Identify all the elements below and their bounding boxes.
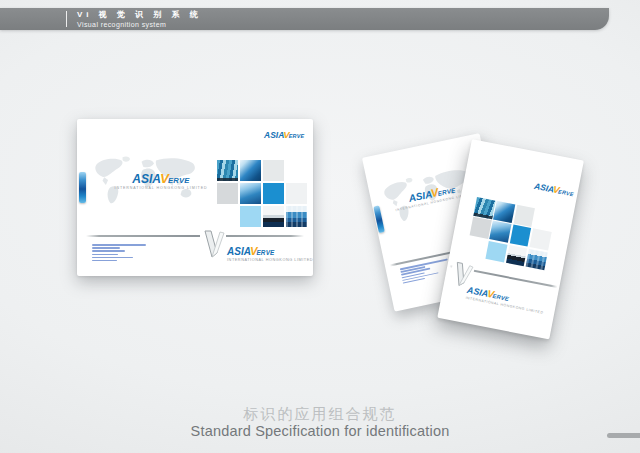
contact-line bbox=[92, 247, 120, 249]
header-title-zh: Vi 视 觉 识 别 系 统 bbox=[77, 11, 202, 19]
asiaserve-logo: ASIAVERVE bbox=[114, 172, 208, 185]
header-text-block: Vi 视 觉 识 别 系 统 Visual recognition system bbox=[77, 11, 202, 28]
mosaic-photo-ship bbox=[263, 206, 284, 227]
logo-text-asia: ASIA bbox=[132, 172, 161, 186]
logo-text-asia: ASIA bbox=[264, 130, 284, 140]
logo-text-asia: ASIA bbox=[227, 246, 251, 257]
spine-blue-bar bbox=[79, 172, 86, 203]
header-title-en: Visual recognition system bbox=[77, 21, 202, 28]
v-ribbon-cutout bbox=[199, 229, 227, 260]
mosaic-photo-cranes bbox=[473, 197, 495, 219]
page-title-zh: 标识的应用组合规范 bbox=[0, 405, 640, 424]
back-cover-logo-block: ASIAVERVE INTERNATIONAL HONGKONG LIMITED bbox=[114, 172, 208, 191]
contact-line bbox=[92, 244, 146, 246]
folder-spread-mockup: ASIAVERVE INTERNATIONAL HONGKONG LIMITED… bbox=[77, 119, 313, 276]
mosaic-photo-ship bbox=[506, 245, 528, 267]
mosaic-photo-workers bbox=[490, 221, 512, 243]
mosaic-tile-gray-light bbox=[263, 160, 284, 181]
mosaic-photo-workers bbox=[240, 183, 261, 204]
front-cover-logo-block: ASIAVERVE INTERNATIONAL HONGKONG LIMITED bbox=[227, 246, 313, 263]
mosaic-tile-gray-faint bbox=[530, 229, 552, 251]
logo-tagline: INTERNATIONAL HONGKONG LIMITED bbox=[227, 259, 313, 263]
contact-text-lines bbox=[92, 244, 146, 263]
mosaic-tile-gray bbox=[217, 183, 238, 204]
mosaic-photo-cranes bbox=[217, 160, 238, 181]
contact-line bbox=[92, 260, 117, 262]
mosaic-photo-port bbox=[286, 206, 307, 227]
mosaic-tile-lightblue bbox=[486, 241, 508, 263]
mosaic-tile-gray-faint bbox=[286, 183, 307, 204]
logo-text-erve: ERVE bbox=[256, 249, 274, 256]
logo-text-erve: ERVE bbox=[168, 176, 190, 185]
mosaic-tile-blue bbox=[510, 225, 532, 247]
mosaic-photo-machinery bbox=[240, 160, 261, 181]
page-title-en: Standard Specification for identificatio… bbox=[0, 423, 640, 439]
contact-line bbox=[92, 257, 133, 259]
contact-line bbox=[92, 254, 118, 256]
logo-tagline: INTERNATIONAL HONGKONG LIMITED bbox=[114, 187, 208, 191]
asiaserve-logo-top-right: ASIAVERVE bbox=[533, 181, 574, 198]
contact-line bbox=[92, 250, 125, 252]
fold-rule-line bbox=[86, 235, 304, 237]
mosaic-tile-blue bbox=[263, 183, 284, 204]
header-bar: Vi 视 觉 识 别 系 统 Visual recognition system bbox=[0, 8, 609, 30]
mosaic-photo-port bbox=[526, 249, 548, 271]
header-separator-line bbox=[66, 11, 67, 27]
mosaic-photo-machinery bbox=[494, 201, 516, 223]
mosaic-tile-gray-light bbox=[514, 205, 536, 227]
mosaic-tile-lightblue bbox=[240, 206, 261, 227]
asiaserve-logo-top-right: ASIAVERVE bbox=[264, 130, 304, 140]
logo-text-erve: ERVE bbox=[558, 188, 574, 197]
mosaic-tile-gray bbox=[470, 217, 492, 239]
bottom-right-accent-bar bbox=[607, 433, 640, 438]
logo-text-erve: ERVE bbox=[289, 133, 305, 139]
front-cover-logo-block: ASIAVERVE INTERNATIONAL HONGKONG LIMITED bbox=[465, 285, 546, 315]
asiaserve-logo: ASIAVERVE bbox=[227, 246, 313, 257]
